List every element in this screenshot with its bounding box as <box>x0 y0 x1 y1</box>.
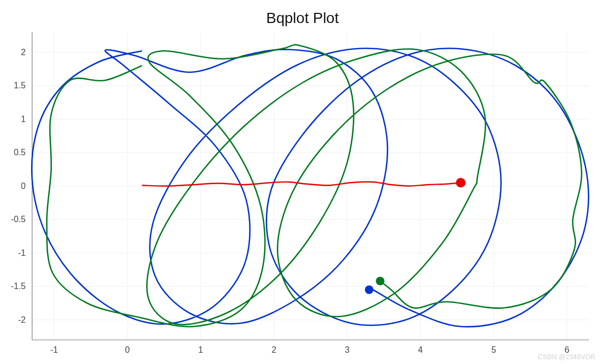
x-tick-label: 3 <box>345 345 350 354</box>
y-tick-label: 1.5 <box>14 81 26 90</box>
series-red <box>142 182 460 186</box>
y-tick-label: -2 <box>18 315 26 324</box>
y-tick-label: -1 <box>18 248 26 257</box>
y-tick-label: 0.5 <box>14 148 26 157</box>
x-tick-label: -1 <box>50 345 58 354</box>
plot-area: -10123456-2-1.5-1-0.500.511.52 <box>32 32 589 340</box>
end-marker-green <box>376 277 384 285</box>
x-tick-label: 1 <box>198 345 203 354</box>
watermark: CSDN @2345VOR <box>538 353 595 361</box>
x-tick-label: 4 <box>418 345 423 354</box>
y-tick-label: 0 <box>21 181 26 191</box>
end-marker-red <box>456 178 466 187</box>
plot-svg: -10123456-2-1.5-1-0.500.511.52 <box>32 32 589 340</box>
series-blue <box>32 48 588 327</box>
x-tick-label: 5 <box>491 345 496 354</box>
chart-title: Bqplot Plot <box>0 10 605 27</box>
y-tick-label: -1.5 <box>11 282 26 291</box>
y-tick-label: -0.5 <box>11 215 26 224</box>
x-tick-label: 0 <box>125 345 130 354</box>
y-tick-label: 1 <box>21 115 26 124</box>
end-marker-blue <box>365 285 373 294</box>
x-tick-label: 2 <box>271 345 276 354</box>
chart-container: Bqplot Plot -10123456-2-1.5-1-0.500.511.… <box>0 0 605 364</box>
y-tick-label: 2 <box>21 48 26 57</box>
